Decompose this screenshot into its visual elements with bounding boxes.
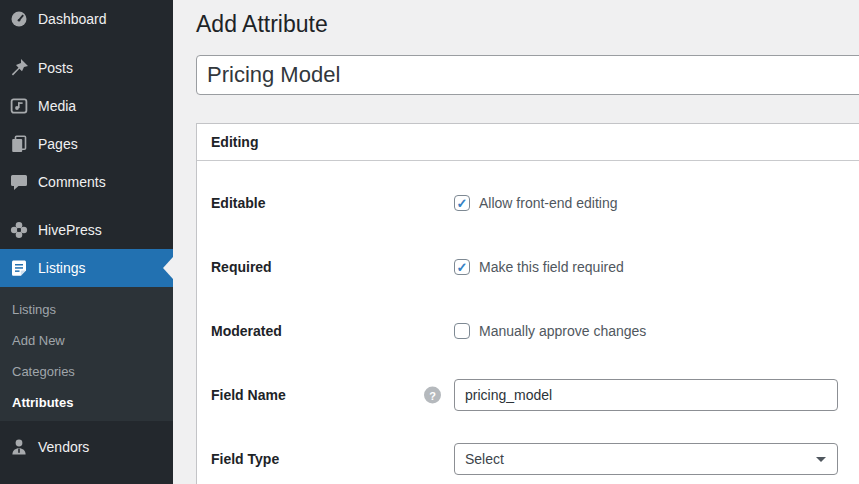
menu-separator xyxy=(0,421,173,428)
form-row-editable: Editable ✓ Allow front-end editing xyxy=(211,171,859,235)
sidebar-item-label: Comments xyxy=(38,174,106,190)
hivepress-icon xyxy=(9,220,29,240)
submenu-item-label: Listings xyxy=(12,302,56,317)
chevron-down-icon xyxy=(816,457,826,462)
form-row-field-name: Field Name ? xyxy=(211,363,859,427)
comment-icon xyxy=(9,172,29,192)
dashboard-icon xyxy=(9,9,29,29)
metabox-title: Editing xyxy=(211,134,258,150)
media-icon xyxy=(9,96,29,116)
moderated-checkbox[interactable] xyxy=(454,323,470,339)
sidebar-item-label: Vendors xyxy=(38,439,89,455)
menu-separator xyxy=(0,201,173,211)
checkbox-option-label[interactable]: Allow front-end editing xyxy=(479,195,618,211)
required-checkbox[interactable]: ✓ xyxy=(454,259,470,275)
admin-sidebar: Dashboard Posts Media Pages xyxy=(0,0,173,484)
attribute-title-input[interactable] xyxy=(196,55,859,95)
form-row-required: Required ✓ Make this field required xyxy=(211,235,859,299)
sidebar-item-comments[interactable]: Comments xyxy=(0,163,173,201)
submenu-item-listings[interactable]: Listings xyxy=(0,294,173,325)
sidebar-item-hivepress[interactable]: HivePress xyxy=(0,211,173,249)
field-label: Moderated xyxy=(211,323,454,339)
field-label: Required xyxy=(211,259,454,275)
submenu-item-label: Categories xyxy=(12,364,75,379)
sidebar-item-label: Posts xyxy=(38,60,73,76)
menu-separator xyxy=(0,38,173,49)
sidebar-item-dashboard[interactable]: Dashboard xyxy=(0,0,173,38)
sidebar-item-pages[interactable]: Pages xyxy=(0,125,173,163)
field-label: Field Type xyxy=(211,451,454,467)
checkmark-icon: ✓ xyxy=(457,261,468,274)
editing-metabox: Editing Editable ✓ Allow front-end editi… xyxy=(196,123,859,484)
select-value: Select xyxy=(465,451,504,467)
form-row-moderated: Moderated Manually approve changes xyxy=(211,299,859,363)
submenu-item-label: Attributes xyxy=(12,395,73,410)
help-icon[interactable]: ? xyxy=(424,387,441,404)
field-label: Field Name ? xyxy=(211,387,454,403)
listings-submenu: Listings Add New Categories Attributes xyxy=(0,287,173,421)
sidebar-item-media[interactable]: Media xyxy=(0,87,173,125)
form-row-field-type: Field Type Select xyxy=(211,427,859,484)
sidebar-item-vendors[interactable]: Vendors xyxy=(0,428,173,466)
pushpin-icon xyxy=(9,58,29,78)
sidebar-item-listings[interactable]: Listings xyxy=(0,249,173,287)
checkmark-icon: ✓ xyxy=(457,197,468,210)
submenu-item-categories[interactable]: Categories xyxy=(0,356,173,387)
field-name-input[interactable] xyxy=(454,379,838,411)
field-label: Editable xyxy=(211,195,454,211)
sidebar-item-label: Media xyxy=(38,98,76,114)
vendor-icon xyxy=(9,437,29,457)
field-type-select[interactable]: Select xyxy=(454,443,838,475)
sidebar-item-label: Dashboard xyxy=(38,11,107,27)
editable-checkbox[interactable]: ✓ xyxy=(454,195,470,211)
pages-icon xyxy=(9,134,29,154)
sidebar-item-label: Pages xyxy=(38,136,78,152)
checkbox-option-label[interactable]: Make this field required xyxy=(479,259,624,275)
sidebar-item-label: HivePress xyxy=(38,222,102,238)
metabox-body: Editable ✓ Allow front-end editing Requi… xyxy=(197,161,859,484)
metabox-header[interactable]: Editing xyxy=(197,124,859,161)
page-title: Add Attribute xyxy=(196,9,859,39)
submenu-item-label: Add New xyxy=(12,333,65,348)
submenu-item-attributes[interactable]: Attributes xyxy=(0,387,173,418)
submenu-item-add-new[interactable]: Add New xyxy=(0,325,173,356)
sidebar-item-label: Listings xyxy=(38,260,85,276)
main-content: Add Attribute Editing Editable ✓ Allow f… xyxy=(173,0,859,484)
sidebar-item-posts[interactable]: Posts xyxy=(0,49,173,87)
listings-icon xyxy=(9,258,29,278)
checkbox-option-label[interactable]: Manually approve changes xyxy=(479,323,646,339)
